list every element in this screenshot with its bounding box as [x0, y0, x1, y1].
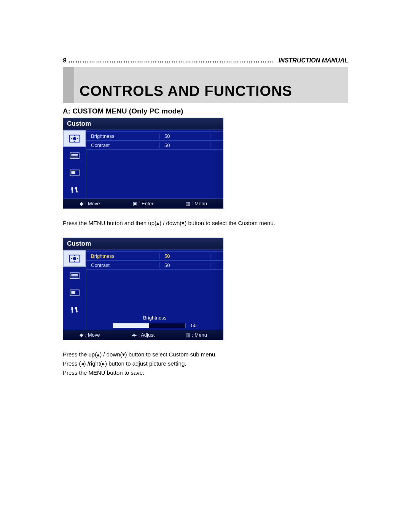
osd-footer: ◆: Move ▣: Enter ▥: Menu [63, 198, 223, 208]
osd-row-contrast[interactable]: Contrast 50 [86, 141, 223, 150]
slider-label: Brightness [86, 315, 223, 321]
row-value: 50 [160, 262, 210, 268]
osd-row-contrast[interactable]: Contrast 50 [86, 260, 223, 270]
enter-icon: ▣ [133, 201, 137, 206]
instruction-text-2: Press the up(▴) / down(▾) button to sele… [63, 350, 348, 377]
osd-title: Custom [63, 118, 223, 130]
slider-fill [113, 323, 149, 328]
tools-icon[interactable] [63, 301, 86, 318]
osd-menu-custom-2: Custom Brightness 50 [63, 238, 223, 340]
svg-rect-25 [72, 291, 75, 294]
banner-tab [63, 67, 74, 103]
osd-footer: ◆: Move ◂▸: Adjust ▥: Menu [63, 330, 223, 340]
brightness-icon[interactable] [63, 250, 86, 267]
picture-icon[interactable] [63, 164, 86, 181]
osd-slider[interactable]: Brightness 50 [86, 315, 223, 328]
svg-rect-13 [72, 190, 73, 193]
updown-icon: ◆ [80, 201, 83, 206]
footer-move: ◆: Move [63, 332, 116, 338]
row-label: Brightness [86, 133, 160, 139]
manual-label: Instruction Manual [279, 57, 348, 64]
page-number: 9 [63, 57, 66, 64]
instruction-text-1: Press the MENU button and then up(▴) / d… [63, 219, 348, 228]
section-heading: A: CUSTOM MENU (Only PC mode) [63, 107, 348, 115]
page-header: 9 ……………………………………………………………………………… Instruc… [63, 57, 348, 64]
footer-move: ◆: Move [63, 201, 116, 206]
osd-row-brightness[interactable]: Brightness 50 [86, 251, 223, 260]
section-banner: CONTROLS AND FUNCTIONS [63, 67, 348, 103]
svg-point-1 [73, 137, 76, 140]
footer-menu: ▥: Menu [170, 332, 223, 338]
tools-icon[interactable] [63, 181, 86, 198]
osd-icon-strip [63, 130, 86, 198]
row-value: 50 [160, 142, 210, 148]
menu-icon: ▥ [186, 201, 190, 206]
svg-rect-11 [72, 171, 75, 174]
osd-menu-custom-1: Custom Brightness 50 [63, 118, 223, 209]
row-label: Contrast [86, 262, 160, 268]
slider-value: 50 [191, 323, 196, 328]
banner-title: CONTROLS AND FUNCTIONS [80, 83, 292, 103]
footer-enter: ▣: Enter [116, 201, 170, 206]
osd-title: Custom [63, 238, 223, 250]
brightness-icon[interactable] [63, 130, 86, 147]
menu-icon: ▥ [186, 332, 190, 338]
updown-icon: ◆ [80, 332, 83, 338]
slider-track[interactable] [113, 323, 186, 328]
header-dots: ……………………………………………………………………………… [68, 57, 276, 64]
instruction-line: Press the MENU button to save. [63, 368, 348, 377]
osd-icon-strip [63, 250, 86, 330]
osd-content: Brightness 50 Contrast 50 Brightness 50 [86, 250, 223, 330]
svg-rect-12 [72, 187, 73, 190]
svg-rect-27 [72, 310, 73, 313]
svg-point-15 [73, 257, 76, 260]
picture-icon[interactable] [63, 284, 86, 301]
osd-content: Brightness 50 Contrast 50 [86, 130, 223, 198]
svg-rect-26 [72, 307, 73, 310]
leftright-icon: ◂▸ [132, 332, 137, 338]
instruction-line: Press the up(▴) / down(▾) button to sele… [63, 350, 348, 359]
row-value: 50 [160, 253, 210, 259]
row-label: Brightness [86, 253, 160, 259]
footer-adjust: ◂▸: Adjust [116, 332, 170, 338]
instruction-line: Press (◂) /right(▸) button to adjust pic… [63, 359, 348, 368]
list-icon[interactable] [63, 267, 86, 284]
list-icon[interactable] [63, 147, 86, 164]
row-label: Contrast [86, 142, 160, 148]
osd-row-brightness[interactable]: Brightness 50 [86, 131, 223, 141]
footer-menu: ▥: Menu [170, 201, 223, 206]
row-value: 50 [160, 133, 210, 139]
